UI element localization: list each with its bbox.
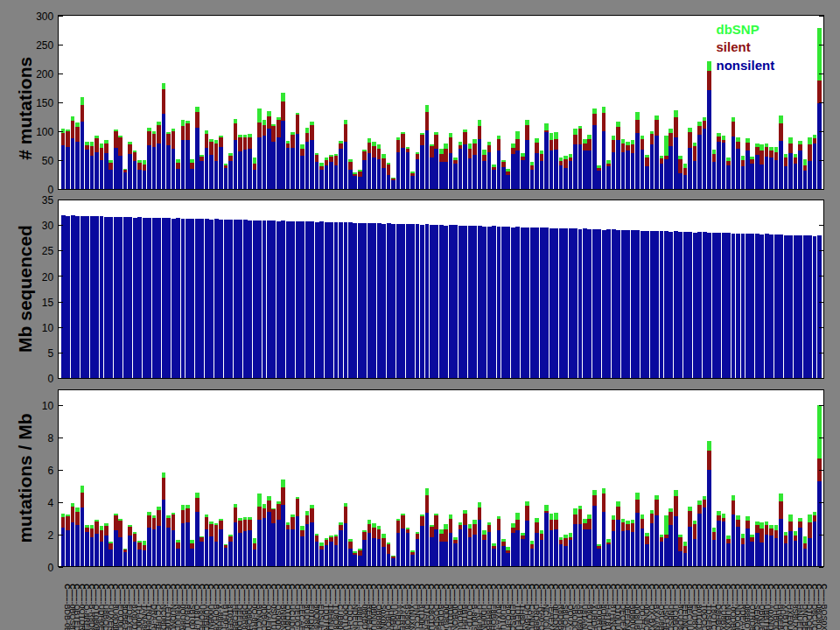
svg-text:150: 150	[36, 97, 53, 109]
svg-text:10: 10	[42, 322, 54, 334]
svg-text:Mb sequenced: Mb sequenced	[15, 225, 35, 353]
svg-text:mutations / Mb: mutations / Mb	[15, 413, 35, 542]
svg-text:50: 50	[42, 155, 54, 167]
svg-text:silent: silent	[717, 39, 751, 54]
svg-text:0: 0	[48, 373, 54, 385]
svg-text:0: 0	[48, 562, 54, 574]
svg-text:30: 30	[42, 220, 54, 232]
svg-text:6: 6	[48, 465, 54, 477]
svg-text:15: 15	[42, 297, 54, 309]
svg-text:5: 5	[48, 347, 54, 360]
svg-text:8: 8	[48, 432, 54, 444]
svg-text:nonsilent: nonsilent	[717, 58, 775, 73]
svg-text:20: 20	[42, 271, 54, 284]
svg-text:C—–-BOS0XNBTC: C—–-BOS0XNBTC	[820, 584, 829, 630]
svg-text:300: 300	[36, 10, 53, 23]
svg-text:100: 100	[36, 126, 53, 138]
svg-text:# mutations: # mutations	[15, 57, 35, 160]
svg-text:25: 25	[42, 245, 54, 257]
svg-text:dbSNP: dbSNP	[717, 22, 760, 37]
svg-text:4: 4	[48, 497, 54, 509]
svg-text:10: 10	[42, 400, 54, 412]
svg-text:200: 200	[36, 68, 53, 80]
svg-text:35: 35	[42, 194, 54, 206]
svg-text:2: 2	[48, 529, 54, 542]
svg-text:250: 250	[36, 39, 53, 52]
